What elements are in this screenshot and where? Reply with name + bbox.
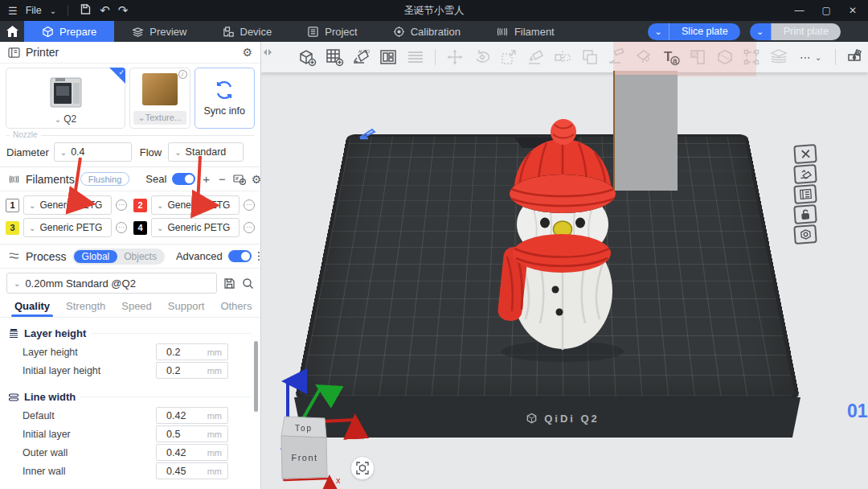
more-tools-icon[interactable]: ⋯⌄ xyxy=(793,45,828,70)
filament-select-4[interactable]: ⌄Generic PETG xyxy=(151,218,240,237)
param-row: Inner wall 0.45mm xyxy=(0,462,260,480)
filament-edit-icon[interactable] xyxy=(244,222,255,233)
seal-toggle[interactable] xyxy=(172,173,195,185)
add-plate-icon[interactable] xyxy=(322,45,347,70)
menu-icon[interactable]: ☰ xyxy=(8,5,18,17)
tab-filament[interactable]: Filament xyxy=(478,21,572,42)
close-button[interactable]: ✕ xyxy=(849,5,857,16)
sync-info-button[interactable]: Sync info xyxy=(194,68,256,129)
filament-color-badge[interactable]: 1 xyxy=(6,199,19,212)
filament-settings-gear-icon[interactable]: ⚙ xyxy=(252,173,261,186)
align-list-icon[interactable] xyxy=(403,45,428,70)
tab-prepare[interactable]: Prepare xyxy=(24,21,114,42)
clone-icon[interactable] xyxy=(578,45,603,70)
filament-select-1[interactable]: ⌄Generic PETG xyxy=(23,195,112,215)
filament-edit-icon[interactable] xyxy=(244,199,255,211)
variable-layer-icon[interactable] xyxy=(767,45,792,70)
slice-plate-button[interactable]: Slice plate xyxy=(669,23,740,40)
sidebar-collapse-handle[interactable] xyxy=(263,45,272,60)
tab-project[interactable]: Project xyxy=(289,21,375,42)
filament-color-badge[interactable]: 2 xyxy=(133,199,147,212)
move-icon[interactable] xyxy=(443,45,468,70)
tab-device[interactable]: Device xyxy=(205,21,290,42)
filament-edit-icon[interactable] xyxy=(116,199,127,211)
undo-icon[interactable]: ↶ xyxy=(100,3,110,18)
arrange-plates-icon[interactable] xyxy=(376,45,401,70)
param-input[interactable]: 0.42mm xyxy=(156,444,228,461)
flow-select[interactable]: ⌄ Standard xyxy=(168,142,244,162)
chevron-down-icon: ⌄ xyxy=(138,113,145,122)
scene-3d[interactable]: QiDi Q2 xyxy=(261,42,868,489)
sidebar-scrollbar[interactable] xyxy=(254,341,258,412)
printer-settings-gear-icon[interactable]: ⚙ xyxy=(242,46,252,59)
filament-edit-icon[interactable] xyxy=(116,222,127,233)
edit-pencil-icon[interactable] xyxy=(358,125,377,143)
plate-settings-icon[interactable] xyxy=(793,224,817,244)
tab-support[interactable]: Support xyxy=(160,300,213,317)
mini-x-axis xyxy=(284,479,330,480)
delete-all-icon[interactable] xyxy=(793,144,817,164)
filament-select-3[interactable]: ⌄Generic PETG xyxy=(23,218,112,237)
add-filament-button[interactable]: + xyxy=(201,172,211,186)
build-plate-card[interactable]: i ⌄Texture... xyxy=(129,68,190,129)
param-input[interactable]: 0.45mm xyxy=(156,462,228,479)
auto-orient-plate-icon[interactable] xyxy=(793,164,817,184)
viewport-3d[interactable]: AUTO Ta ⋯⌄ xyxy=(261,42,868,489)
info-icon[interactable]: i xyxy=(178,70,187,79)
tab-preview[interactable]: Preview xyxy=(114,21,204,42)
tab-label: Project xyxy=(325,26,357,38)
assembly-view-icon[interactable] xyxy=(843,45,868,70)
chevron-down-icon[interactable]: ⌄ xyxy=(50,6,56,15)
param-input[interactable]: 0.5mm xyxy=(156,425,228,442)
advanced-toggle[interactable] xyxy=(228,250,252,262)
flushing-button[interactable]: Flushing xyxy=(80,172,130,186)
tab-strength[interactable]: Strength xyxy=(58,300,113,317)
home-button[interactable] xyxy=(0,21,24,42)
scale-icon[interactable] xyxy=(497,45,522,70)
save-project-icon[interactable] xyxy=(80,3,92,18)
process-icon xyxy=(8,251,20,261)
arrange-plate-icon[interactable] xyxy=(793,184,817,204)
plate-number: 01 xyxy=(847,401,868,422)
scope-objects[interactable]: Objects xyxy=(117,250,163,263)
lay-on-face-icon[interactable] xyxy=(523,45,548,70)
tab-speed[interactable]: Speed xyxy=(113,300,160,317)
print-options-chevron[interactable]: ⌄ xyxy=(750,23,772,40)
filament-slot-1: 1 ⌄Generic PETG xyxy=(6,195,127,215)
file-menu[interactable]: File xyxy=(26,5,42,16)
param-input[interactable]: 0.42mm xyxy=(156,407,228,424)
param-input[interactable]: 0.2mm xyxy=(156,362,228,379)
printer-thumbnail xyxy=(47,75,84,113)
slice-options-chevron[interactable]: ⌄ xyxy=(648,23,669,40)
minimize-button[interactable]: — xyxy=(795,5,805,16)
scope-global[interactable]: Global xyxy=(74,250,118,263)
search-icon[interactable] xyxy=(242,277,254,290)
auto-orient-icon[interactable]: AUTO xyxy=(349,45,374,70)
process-scope-switch: Global Objects xyxy=(72,249,165,265)
filament-color-badge[interactable]: 4 xyxy=(133,221,147,235)
fit-view-button[interactable] xyxy=(350,456,375,480)
plate-brand-text: QiDi Q2 xyxy=(544,413,600,425)
filament-color-badge[interactable]: 3 xyxy=(6,221,19,235)
mirror-icon[interactable] xyxy=(551,45,575,70)
printer-model-card[interactable]: ✓ ⌄Q2 xyxy=(6,68,125,129)
lock-plate-icon[interactable] xyxy=(793,204,817,224)
sync-filament-list-icon[interactable] xyxy=(233,174,246,185)
filament-select-2[interactable]: ⌄Generic PETG xyxy=(151,195,240,215)
tab-quality[interactable]: Quality xyxy=(6,300,58,317)
remove-filament-button[interactable]: − xyxy=(217,172,227,186)
print-plate-button[interactable]: Print plate xyxy=(772,23,841,40)
redo-icon[interactable]: ↷ xyxy=(118,3,129,18)
nozzle-diameter-select[interactable]: ⌄ 0.4 xyxy=(54,142,132,162)
rotate-icon[interactable] xyxy=(469,45,494,70)
add-object-icon[interactable] xyxy=(295,45,320,70)
window-title: 圣诞节小雪人 xyxy=(0,4,868,18)
tab-others[interactable]: Others xyxy=(212,300,260,317)
param-input[interactable]: 0.2mm xyxy=(156,343,228,360)
process-preset-select[interactable]: ⌄ 0.20mm Standard @Q2 xyxy=(6,273,217,294)
maximize-button[interactable]: ▢ xyxy=(822,5,831,16)
plate-type-select[interactable]: ⌄Texture... xyxy=(133,111,186,125)
tab-calibration[interactable]: Calibration xyxy=(375,21,478,42)
printer-model-select[interactable]: ⌄Q2 xyxy=(6,113,125,125)
save-preset-icon[interactable] xyxy=(223,277,235,290)
